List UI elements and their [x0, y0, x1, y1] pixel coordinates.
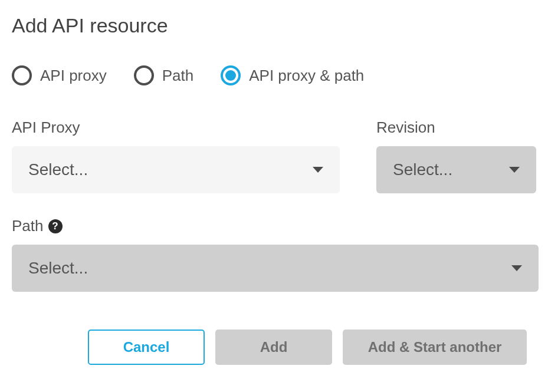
cancel-button[interactable]: Cancel — [88, 330, 205, 365]
select-placeholder: Select... — [28, 259, 88, 278]
field-label-api-proxy: API Proxy — [12, 118, 340, 137]
select-placeholder: Select... — [28, 160, 88, 179]
add-button[interactable]: Add — [215, 330, 332, 365]
field-path: Path ? Select... — [12, 217, 536, 292]
radio-label: API proxy & path — [249, 67, 364, 85]
field-label-text: Path — [12, 217, 44, 235]
radio-api-proxy-and-path[interactable]: API proxy & path — [221, 65, 364, 85]
field-api-proxy: API Proxy Select... — [12, 118, 340, 193]
field-revision: Revision Select... — [376, 118, 536, 193]
radio-icon — [134, 65, 154, 85]
help-icon[interactable]: ? — [48, 219, 63, 233]
resource-type-radio-group: API proxy Path API proxy & path — [12, 65, 536, 85]
radio-label: Path — [162, 67, 194, 85]
radio-api-proxy[interactable]: API proxy — [12, 65, 107, 85]
select-revision[interactable]: Select... — [376, 146, 536, 193]
radio-icon — [12, 65, 32, 85]
field-label-revision: Revision — [376, 118, 536, 137]
chevron-down-icon — [511, 265, 522, 271]
form-row-proxy-revision: API Proxy Select... Revision Select... — [12, 118, 536, 193]
radio-dot-icon — [225, 70, 236, 81]
radio-icon — [221, 65, 241, 85]
radio-label: API proxy — [40, 67, 107, 85]
field-label-path: Path ? — [12, 217, 536, 235]
radio-path[interactable]: Path — [134, 65, 194, 85]
select-api-proxy[interactable]: Select... — [12, 146, 340, 193]
select-path[interactable]: Select... — [12, 245, 539, 292]
dialog-button-row: Cancel Add Add & Start another — [12, 330, 536, 365]
chevron-down-icon — [313, 167, 323, 173]
select-placeholder: Select... — [393, 160, 452, 179]
page-title: Add API resource — [12, 14, 536, 37]
chevron-down-icon — [509, 167, 520, 173]
add-and-start-another-button[interactable]: Add & Start another — [343, 330, 527, 365]
